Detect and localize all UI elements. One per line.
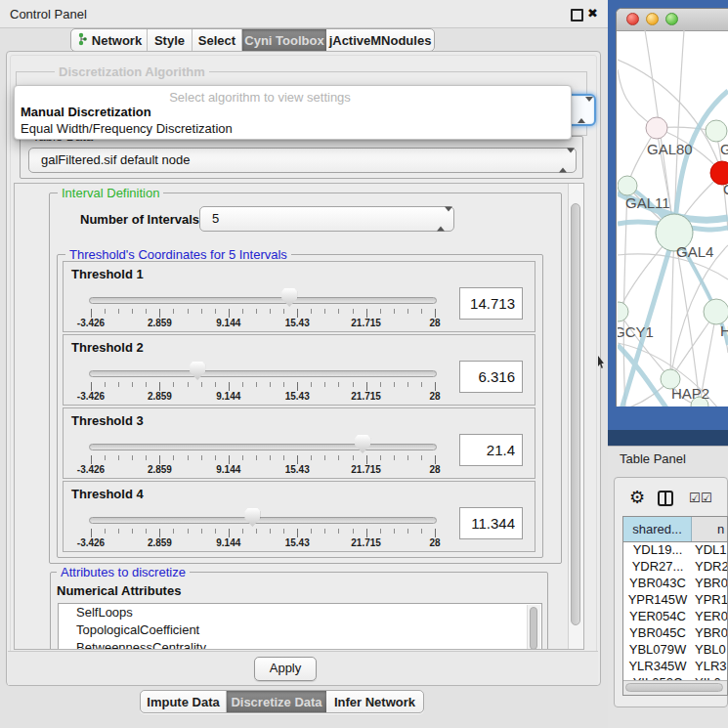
attributes-group: Attributes to discretize Numerical Attri… [50,572,548,650]
threshold-title: Threshold 2 [71,340,144,355]
node-gcy1[interactable] [618,302,628,321]
number-of-intervals-combo[interactable]: 5 [199,206,454,232]
numerical-attributes-list: SelfLoops TopologicalCoefficient Between… [58,603,542,650]
node-label: GAL11 [625,194,670,211]
table-row[interactable]: YBL079W YBL0 [623,641,728,658]
tick-label: 15.43 [285,391,310,402]
tick-label: 9.144 [216,537,240,548]
threshold-4-value-input[interactable] [459,507,523,539]
table-header-row: shared... n [623,517,728,542]
table-row[interactable]: YDR27... YDR2 [623,558,728,575]
numerical-attributes-label: Numerical Attributes [57,583,181,598]
horizontal-scrollbar[interactable] [623,680,727,695]
slider-thumb[interactable] [281,288,297,307]
node-label: C [723,181,728,197]
scrollbar-thumb[interactable] [571,203,580,625]
close-traffic-light[interactable] [626,13,639,25]
tab-infer-network[interactable]: Infer Network [326,691,423,712]
tick-label: 21.715 [351,391,381,402]
settings-scrollpane: Interval Definition Number of Intervals … [14,183,584,650]
node-h[interactable] [704,299,728,324]
scrollbar-thumb[interactable] [530,607,537,650]
slider-ticks [91,455,436,460]
node-label: HAP2 [671,385,709,402]
table-row[interactable]: YBR043C YBR0 [623,575,728,591]
node-label: GCY1 [618,323,654,340]
threshold-2-panel: Threshold 2 -3.426 2.859 9.144 15.43 21.… [63,334,535,406]
table-rows: YDL19... YDL1 YDR27... YDR2 YBR043C YBR0… [623,541,728,691]
checkbox-icon[interactable]: ☑ [689,491,701,505]
tick-label: -3.426 [77,464,105,475]
slider-thumb[interactable] [244,508,260,527]
minimize-traffic-light[interactable] [646,13,659,25]
tick-label: 9.144 [216,318,240,328]
network-view-window: GAL80 GA C GAL11 GAL4 GCY1 H HAP2 [616,8,728,407]
slider-thumb[interactable] [190,362,205,380]
network-icon [76,32,87,49]
tab-impute-data[interactable]: Impute Data [141,691,227,712]
threshold-1-slider[interactable]: -3.426 2.859 9.144 15.43 21.715 28 [89,291,437,334]
table-row[interactable]: YLR345W YLR3 [623,658,728,674]
tick-label: -3.426 [77,318,105,328]
node-label: GAL80 [647,141,693,157]
threshold-3-slider[interactable]: -3.426 2.859 9.144 15.43 21.715 28 [89,438,437,481]
threshold-1-value-input[interactable] [459,287,523,320]
network-window-titlebar[interactable] [617,9,728,31]
column-header-shared-name[interactable]: shared... [623,517,692,541]
node-label: GAL4 [676,243,713,260]
tick-label: 21.715 [351,537,381,548]
column-header-name[interactable]: n [692,517,728,541]
list-item[interactable]: TopologicalCoefficient [59,621,541,639]
table-row[interactable]: YER054C YER0 [623,608,728,624]
cyni-bottom-tabs: Impute Data Discretize Data Infer Networ… [140,690,424,713]
threshold-3-value-input[interactable] [459,434,523,466]
float-window-icon[interactable] [571,9,583,21]
table-row[interactable]: YBR045C YBR0 [623,624,728,641]
node-ga[interactable] [706,120,727,142]
apply-button[interactable]: Apply [254,657,317,681]
tick-label: -3.426 [77,391,105,402]
popup-option-equal-width[interactable]: Equal Width/Frequency Discretization [17,121,236,136]
tick-label: 28 [429,391,440,402]
threshold-2-slider[interactable]: -3.426 2.859 9.144 15.43 21.715 28 [89,364,437,407]
vertical-scrollbar[interactable] [568,184,583,649]
threshold-2-value-input[interactable] [459,361,523,393]
screen: Control Panel ✖ Network Style Select [0,0,728,728]
tab-discretize-data[interactable]: Discretize Data [227,691,326,712]
tab-network[interactable]: Network [71,29,148,51]
tab-style[interactable]: Style [148,29,193,51]
checkbox-icon[interactable]: ☑ [701,491,712,505]
list-scrollbar[interactable] [527,605,540,650]
slider-thumb[interactable] [355,435,370,453]
network-canvas[interactable]: GAL80 GA C GAL11 GAL4 GCY1 H HAP2 [618,30,728,407]
tick-label: 9.144 [216,464,240,475]
threshold-title: Threshold 3 [71,413,144,428]
control-panel-tabs: Network Style Select Cyni Toolbox jActiv… [70,28,435,52]
column-layout-icon[interactable] [658,491,673,506]
threshold-4-slider[interactable]: -3.426 2.859 9.144 15.43 21.715 28 [89,511,437,554]
tab-cyni-toolbox[interactable]: Cyni Toolbox [242,29,326,51]
node-gal11[interactable] [618,176,637,195]
threshold-title: Threshold 4 [71,487,144,501]
node-label: H [720,322,728,339]
list-item[interactable]: BetweennessCentrality [59,639,541,650]
close-icon[interactable]: ✖ [587,5,598,22]
tab-select[interactable]: Select [193,29,242,51]
popup-option-manual[interactable]: Manual Discretization [17,105,155,119]
tab-jactivemnodules[interactable]: jActiveMNodules [326,29,434,51]
thresholds-group: Threshold's Coordinates for 5 Intervals … [57,254,543,558]
attributes-group-label: Attributes to discretize [57,565,190,579]
table-data-combo[interactable]: galFiltered.sif default node [28,148,577,173]
apply-bar: Apply [8,651,598,685]
threshold-3-panel: Threshold 3 -3.426 2.859 9.144 15.43 21.… [63,407,535,479]
scrollbar-thumb[interactable] [625,683,723,692]
table-row[interactable]: YPR145W YPR1 [623,591,728,608]
node-label: GA [720,141,728,157]
node-gal80[interactable] [646,117,667,139]
gear-icon[interactable]: ⚙ [629,488,645,507]
zoom-traffic-light[interactable] [665,13,678,25]
list-item[interactable]: SelfLoops [59,604,541,621]
slider-ticks [91,382,436,387]
table-row[interactable]: YDL19... YDL1 [623,541,728,558]
node-attribute-table: shared... n YDL19... YDL1 YDR27... YDR2 … [622,516,728,696]
